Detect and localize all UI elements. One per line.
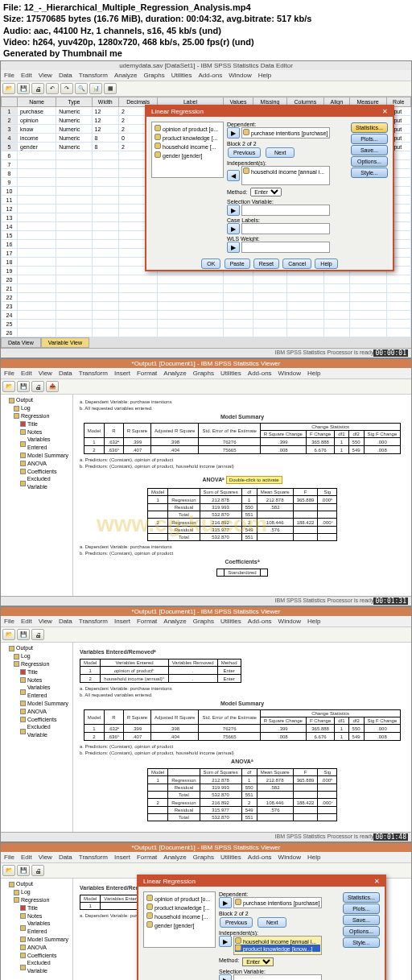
cancel-button[interactable]: Cancel bbox=[282, 258, 311, 269]
dependent-field[interactable]: purchase intentions [purchase] bbox=[241, 127, 330, 139]
wls-field[interactable] bbox=[241, 242, 330, 253]
menu-transform[interactable]: Transform bbox=[79, 72, 108, 79]
menu-edit[interactable]: Edit bbox=[21, 72, 32, 79]
statistics-button[interactable]: Statistics... bbox=[351, 122, 388, 133]
menu-utilities[interactable]: Utilities bbox=[220, 618, 241, 625]
style-button[interactable]: Style... bbox=[343, 937, 380, 948]
next-button[interactable]: Next bbox=[258, 917, 286, 928]
method-select[interactable]: Enter bbox=[242, 957, 274, 966]
menu-analyze[interactable]: Analyze bbox=[163, 618, 186, 625]
menu-utilities[interactable]: Utilities bbox=[220, 370, 241, 377]
menu-insert[interactable]: Insert bbox=[114, 618, 130, 625]
menu-file[interactable]: File bbox=[4, 618, 14, 625]
menu-view[interactable]: View bbox=[39, 618, 52, 625]
save-icon[interactable]: 💾 bbox=[17, 629, 30, 640]
save-icon[interactable]: 💾 bbox=[17, 381, 30, 392]
menu-insert[interactable]: Insert bbox=[114, 854, 130, 861]
print-icon[interactable]: 🖨 bbox=[31, 629, 44, 640]
menu-insert[interactable]: Insert bbox=[114, 370, 130, 377]
menu-edit[interactable]: Edit bbox=[21, 370, 32, 377]
tab-variable-view[interactable]: Variable View bbox=[41, 337, 89, 348]
menu-addons[interactable]: Add-ons bbox=[248, 854, 272, 861]
variable-list[interactable]: opinion of product [o... product knowled… bbox=[143, 891, 216, 948]
save-icon[interactable]: 💾 bbox=[17, 83, 30, 94]
menu-window[interactable]: Window bbox=[278, 854, 301, 861]
move-dependent-btn[interactable]: ▶ bbox=[227, 127, 240, 139]
menu-view[interactable]: View bbox=[39, 854, 52, 861]
move-dependent-btn[interactable]: ▶ bbox=[219, 897, 232, 908]
independents-field[interactable]: household income [annual i...product kno… bbox=[233, 936, 322, 955]
options-button[interactable]: Options... bbox=[351, 156, 388, 167]
menu-format[interactable]: Format bbox=[137, 854, 157, 861]
menu-graphs[interactable]: Graphs bbox=[193, 618, 214, 625]
menu-addons[interactable]: Add-ons bbox=[248, 370, 272, 377]
close-icon[interactable]: ✕ bbox=[382, 108, 388, 115]
method-select[interactable]: Enter bbox=[250, 188, 282, 196]
menu-utilities[interactable]: Utilities bbox=[171, 72, 192, 79]
save-icon[interactable]: 💾 bbox=[17, 865, 30, 876]
menu-analyze[interactable]: Analyze bbox=[163, 370, 186, 377]
menu-transform[interactable]: Transform bbox=[79, 618, 108, 625]
print-icon[interactable]: 🖨 bbox=[31, 83, 44, 94]
menu-help[interactable]: Help bbox=[258, 72, 271, 79]
menu-window[interactable]: Window bbox=[278, 618, 301, 625]
move-caselabel-btn[interactable]: ▶ bbox=[227, 223, 240, 234]
move-selvar-btn[interactable]: ▶ bbox=[219, 974, 232, 980]
menu-view[interactable]: View bbox=[39, 370, 52, 377]
find-icon[interactable]: 🔍 bbox=[75, 83, 88, 94]
tab-data-view[interactable]: Data View bbox=[1, 337, 41, 348]
menu-edit[interactable]: Edit bbox=[21, 854, 32, 861]
selection-var-field[interactable] bbox=[241, 205, 330, 216]
menu-graphs[interactable]: Graphs bbox=[193, 370, 214, 377]
menu-addons[interactable]: Add-ons bbox=[198, 72, 222, 79]
next-button[interactable]: Next bbox=[266, 147, 295, 158]
save-button[interactable]: Save... bbox=[351, 145, 388, 155]
redo-icon[interactable]: ↷ bbox=[60, 83, 73, 94]
variable-list[interactable]: opinion of product [o... product knowled… bbox=[151, 122, 224, 178]
open-icon[interactable]: 📂 bbox=[2, 83, 15, 94]
menu-edit[interactable]: Edit bbox=[21, 618, 32, 625]
export-icon[interactable]: 📤 bbox=[46, 381, 59, 392]
menu-analyze[interactable]: Analyze bbox=[114, 72, 137, 79]
menu-file[interactable]: File bbox=[4, 72, 14, 79]
dependent-field[interactable]: purchase intentions [purchase] bbox=[233, 897, 322, 908]
print-icon[interactable]: 🖨 bbox=[31, 865, 44, 876]
reset-button[interactable]: Reset bbox=[253, 258, 279, 269]
plots-button[interactable]: Plots... bbox=[351, 134, 388, 144]
move-wls-btn[interactable]: ▶ bbox=[227, 242, 240, 253]
menu-transform[interactable]: Transform bbox=[79, 854, 108, 861]
save-button[interactable]: Save... bbox=[343, 915, 380, 925]
statistics-button[interactable]: Statistics... bbox=[343, 892, 380, 903]
paste-button[interactable]: Paste bbox=[225, 258, 250, 269]
grid-icon[interactable]: ▦ bbox=[104, 83, 117, 94]
menu-data[interactable]: Data bbox=[59, 72, 72, 79]
menu-window[interactable]: Window bbox=[229, 72, 251, 79]
menu-file[interactable]: File bbox=[4, 854, 14, 861]
options-button[interactable]: Options... bbox=[343, 926, 380, 937]
menu-data[interactable]: Data bbox=[59, 618, 72, 625]
output-tree[interactable]: Output Log Regression Title Notes Variab… bbox=[1, 395, 73, 596]
previous-button[interactable]: Previous bbox=[220, 917, 253, 928]
plots-button[interactable]: Plots... bbox=[343, 904, 380, 914]
case-labels-field[interactable] bbox=[241, 223, 330, 234]
menu-help[interactable]: Help bbox=[307, 370, 320, 377]
menu-data[interactable]: Data bbox=[59, 370, 72, 377]
menu-format[interactable]: Format bbox=[137, 618, 157, 625]
open-icon[interactable]: 📂 bbox=[2, 629, 15, 640]
close-icon[interactable]: ✕ bbox=[374, 878, 380, 885]
chart-icon[interactable]: 📊 bbox=[89, 83, 102, 94]
menu-help[interactable]: Help bbox=[307, 854, 320, 861]
menu-file[interactable]: File bbox=[4, 370, 14, 377]
menu-graphs[interactable]: Graphs bbox=[143, 72, 164, 79]
open-icon[interactable]: 📂 bbox=[2, 381, 15, 392]
menu-data[interactable]: Data bbox=[59, 854, 72, 861]
style-button[interactable]: Style... bbox=[351, 167, 388, 178]
undo-icon[interactable]: ↶ bbox=[46, 83, 59, 94]
output-tree[interactable]: Output Log Regression Title Notes Variab… bbox=[1, 879, 73, 980]
help-button[interactable]: Help bbox=[315, 258, 337, 269]
menu-window[interactable]: Window bbox=[278, 370, 301, 377]
open-icon[interactable]: 📂 bbox=[2, 865, 15, 876]
menu-addons[interactable]: Add-ons bbox=[248, 618, 272, 625]
menu-analyze[interactable]: Analyze bbox=[163, 854, 186, 861]
move-independent-btn[interactable]: ◀ bbox=[227, 170, 240, 181]
